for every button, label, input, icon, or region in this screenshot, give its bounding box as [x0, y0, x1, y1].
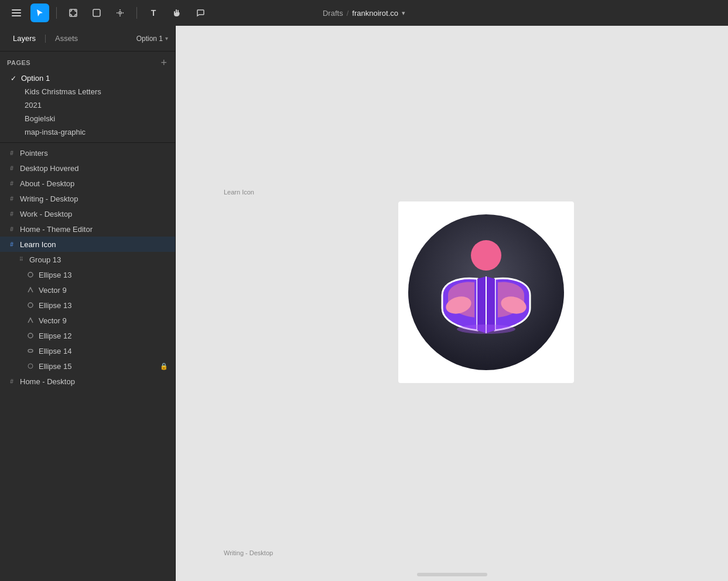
lock-icon: 🔒: [160, 363, 168, 370]
separator-2: [136, 7, 137, 19]
frame-tool-button[interactable]: [64, 4, 83, 22]
panel-header: Layers Assets Option 1 ▾: [0, 26, 175, 52]
svg-rect-1: [12, 12, 21, 13]
page-item-2021[interactable]: 2021: [7, 98, 168, 112]
layer-label-vector9b: Vector 9: [39, 316, 67, 325]
layer-label-about-desktop: About - Desktop: [20, 179, 74, 188]
vector-icon: [26, 316, 35, 325]
breadcrumb: Drafts / franknoirot.co ▾: [323, 9, 405, 18]
layer-item-ellipse12[interactable]: Ellipse 12: [0, 328, 175, 343]
assets-tab[interactable]: Assets: [49, 30, 84, 46]
layer-item-ellipse13a[interactable]: Ellipse 13: [0, 267, 175, 282]
layer-item-pointers[interactable]: # Pointers: [0, 145, 175, 160]
select-tool-button[interactable]: [30, 4, 49, 22]
layer-item-ellipse13b[interactable]: Ellipse 13: [0, 298, 175, 313]
page-label-map: map-insta-graphic: [25, 128, 86, 136]
page-item-option1[interactable]: ✓ Option 1: [7, 71, 168, 85]
layer-item-work-desktop[interactable]: # Work - Desktop: [0, 206, 175, 221]
page-item-bogielski[interactable]: Bogielski: [7, 112, 168, 125]
layer-label-ellipse15: Ellipse 15: [39, 362, 71, 371]
layer-label-work-desktop: Work - Desktop: [20, 210, 72, 218]
layer-label-pointers: Pointers: [20, 149, 48, 158]
learn-icon-frame-label: Learn Icon: [224, 189, 254, 196]
frame-icon: #: [7, 224, 16, 234]
pages-header: Pages +: [7, 57, 168, 68]
page-label-bogielski: Bogielski: [25, 114, 55, 123]
layer-label-writing-desktop: Writing - Desktop: [20, 194, 78, 203]
option-chevron: ▾: [165, 35, 168, 42]
option-label: Option 1: [136, 35, 163, 43]
comment-tool-button[interactable]: [191, 4, 210, 22]
layer-label-home-theme-editor: Home - Theme Editor: [20, 225, 93, 234]
layer-item-group13[interactable]: ⠿ Group 13: [0, 252, 175, 267]
layer-item-learn-icon[interactable]: # Learn Icon: [0, 237, 175, 252]
layer-label-group13: Group 13: [29, 255, 61, 264]
page-item-map[interactable]: map-insta-graphic: [7, 125, 168, 139]
layers-tab[interactable]: Layers: [7, 30, 42, 46]
menu-button[interactable]: [7, 4, 26, 22]
tab-divider: [45, 35, 46, 43]
ellipse-icon: [26, 331, 35, 340]
svg-rect-0: [12, 9, 21, 11]
svg-rect-12: [93, 9, 100, 16]
layer-item-about-desktop[interactable]: # About - Desktop: [0, 176, 175, 191]
text-tool-button[interactable]: T: [144, 4, 163, 22]
layer-item-ellipse15[interactable]: Ellipse 15 🔒: [0, 358, 175, 374]
layer-label-desktop-hovered: Desktop Hovered: [20, 164, 78, 173]
svg-point-14: [28, 272, 33, 277]
add-page-button[interactable]: +: [159, 57, 168, 68]
frame-icon: #: [7, 163, 16, 173]
svg-point-24: [457, 324, 515, 334]
page-label-kids: Kids Christmas Letters: [25, 87, 101, 96]
horizontal-scrollbar[interactable]: [417, 573, 487, 576]
pages-title: Pages: [7, 59, 30, 66]
writing-desktop-frame-label: Writing - Desktop: [224, 549, 273, 556]
learn-icon-frame[interactable]: [398, 201, 574, 383]
page-label-2021: 2021: [25, 101, 42, 110]
layer-item-vector9a[interactable]: Vector 9: [0, 282, 175, 298]
frame-icon: #: [7, 240, 16, 249]
layer-label-home-desktop: Home - Desktop: [20, 377, 75, 386]
pages-section: Pages + ✓ Option 1 Kids Christmas Letter…: [0, 52, 175, 143]
frame-icon: #: [7, 148, 16, 158]
layer-item-desktop-hovered[interactable]: # Desktop Hovered: [0, 160, 175, 176]
svg-rect-2: [12, 15, 21, 16]
layer-label-ellipse12: Ellipse 12: [39, 331, 71, 340]
ellipse-icon: [26, 270, 35, 279]
learn-icon-svg: [407, 213, 565, 371]
filename-label: franknoirot.co: [352, 9, 398, 18]
layer-label-ellipse14: Ellipse 14: [39, 347, 71, 356]
svg-point-13: [119, 12, 121, 14]
layer-label-ellipse13a: Ellipse 13: [39, 271, 71, 279]
hand-tool-button[interactable]: [168, 4, 186, 22]
frame-icon: #: [7, 209, 16, 218]
layer-label-ellipse13b: Ellipse 13: [39, 301, 71, 310]
svg-point-20: [471, 240, 501, 271]
main-layout: Layers Assets Option 1 ▾ Pages + ✓ Optio…: [0, 26, 728, 581]
canvas[interactable]: Learn Icon: [176, 26, 728, 581]
option-badge[interactable]: Option 1 ▾: [136, 35, 168, 43]
layer-item-writing-desktop[interactable]: # Writing - Desktop: [0, 191, 175, 206]
filename-chevron[interactable]: ▾: [402, 9, 405, 17]
learn-icon-content: [398, 201, 574, 383]
layers-list: # Pointers # Desktop Hovered # About - D…: [0, 143, 175, 581]
layer-item-home-theme-editor[interactable]: # Home - Theme Editor: [0, 221, 175, 237]
svg-point-16: [28, 333, 33, 338]
layer-item-ellipse14[interactable]: Ellipse 14: [0, 343, 175, 358]
layer-item-home-desktop[interactable]: # Home - Desktop: [0, 374, 175, 389]
breadcrumb-sep: /: [347, 9, 349, 18]
svg-point-18: [28, 364, 33, 368]
svg-point-15: [28, 303, 33, 307]
toolbar: T Drafts / franknoirot.co ▾: [0, 0, 728, 26]
page-item-kids[interactable]: Kids Christmas Letters: [7, 85, 168, 98]
svg-rect-3: [70, 9, 77, 16]
pen-tool-button[interactable]: [111, 4, 129, 22]
frame-icon: #: [7, 179, 16, 188]
frame-icon: #: [7, 194, 16, 203]
svg-point-17: [28, 350, 33, 353]
shape-tool-button[interactable]: [87, 4, 106, 22]
layer-label-vector9a: Vector 9: [39, 286, 67, 295]
layer-item-vector9b[interactable]: Vector 9: [0, 313, 175, 328]
separator-1: [56, 7, 57, 19]
ellipse-icon: [26, 300, 35, 310]
